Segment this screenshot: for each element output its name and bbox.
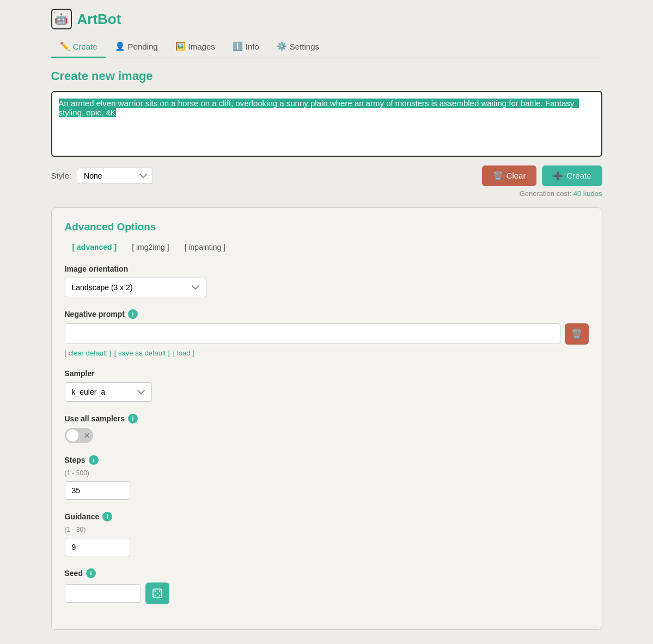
guidance-input[interactable] xyxy=(65,538,130,556)
svg-point-1 xyxy=(154,590,156,592)
app-title: ArtBot xyxy=(77,11,121,28)
negative-prompt-input[interactable] xyxy=(65,323,560,344)
advanced-title: Advanced Options xyxy=(65,221,589,233)
seed-field: Seed i xyxy=(65,568,589,604)
sampler-label: Sampler xyxy=(65,369,589,378)
seed-row xyxy=(65,582,589,604)
steps-info-icon[interactable]: i xyxy=(89,455,99,465)
delete-icon: 🗑️ xyxy=(571,329,582,339)
action-buttons: 🗑️ Clear ➕ Create xyxy=(482,165,602,186)
images-icon: 🖼️ xyxy=(175,41,186,51)
plus-icon: ➕ xyxy=(553,171,563,181)
orientation-label: Image orientation xyxy=(65,265,589,273)
nav-item-pending[interactable]: 👤 Pending xyxy=(106,36,167,58)
info-icon: ℹ️ xyxy=(233,41,243,51)
negative-prompt-row: 🗑️ xyxy=(65,323,589,345)
nav-item-settings[interactable]: ⚙️ Settings xyxy=(268,36,328,58)
app-logo: 🤖 xyxy=(51,9,72,29)
create-button[interactable]: ➕ Create xyxy=(542,165,602,186)
style-left: Style: None Fantasy Anime Photorealistic… xyxy=(51,168,154,184)
use-all-samplers-label: Use all samplers i xyxy=(65,414,589,424)
svg-point-5 xyxy=(158,594,160,596)
advanced-options-panel: Advanced Options [ advanced ] [ img2img … xyxy=(51,207,602,630)
generation-cost: Generation cost: 40 kudos xyxy=(51,189,602,198)
negative-prompt-label: Negative prompt i xyxy=(65,309,589,319)
svg-point-3 xyxy=(158,590,160,592)
style-label: Style: xyxy=(51,171,72,180)
steps-field: Steps i (1 - 500) xyxy=(65,455,589,500)
load-link[interactable]: [ load ] xyxy=(173,349,194,357)
style-select[interactable]: None Fantasy Anime Photorealistic Abstra… xyxy=(77,168,153,184)
prompt-input[interactable] xyxy=(59,99,595,148)
guidance-sublabel: (1 - 30) xyxy=(65,526,589,533)
toggle-knob xyxy=(66,430,78,441)
svg-point-2 xyxy=(156,592,158,594)
seed-info-icon[interactable]: i xyxy=(86,568,96,578)
use-all-samplers-toggle[interactable]: ✕ xyxy=(65,428,93,443)
page-title: Create new image xyxy=(51,69,602,83)
main-nav: ✏️ Create 👤 Pending 🖼️ Images ℹ️ Info ⚙️… xyxy=(51,36,602,58)
dice-icon xyxy=(152,588,163,599)
use-all-samplers-field: Use all samplers i ✕ xyxy=(65,414,589,443)
save-as-default-link[interactable]: [ save as default ] xyxy=(114,349,170,357)
trash-icon: 🗑️ xyxy=(493,171,503,181)
nav-item-images[interactable]: 🖼️ Images xyxy=(167,36,224,58)
prompt-box xyxy=(51,91,602,157)
style-row: Style: None Fantasy Anime Photorealistic… xyxy=(51,165,602,186)
advanced-tabs: [ advanced ] [ img2img ] [ inpainting ] xyxy=(65,241,589,254)
seed-input[interactable] xyxy=(65,584,141,603)
toggle-x-icon: ✕ xyxy=(84,431,90,439)
negative-prompt-field: Negative prompt i 🗑️ [ clear default ] [… xyxy=(65,309,589,357)
nav-item-info[interactable]: ℹ️ Info xyxy=(224,36,268,58)
steps-input[interactable] xyxy=(65,481,130,500)
header: 🤖 ArtBot xyxy=(51,9,602,29)
seed-label: Seed i xyxy=(65,568,589,578)
orientation-field: Image orientation Landscape (3 x 2) Port… xyxy=(65,265,589,297)
clear-default-link[interactable]: [ clear default ] xyxy=(65,349,111,357)
pending-icon: 👤 xyxy=(115,41,125,51)
negative-prompt-actions: [ clear default ] [ save as default ] [ … xyxy=(65,349,589,357)
create-icon: ✏️ xyxy=(60,41,70,51)
nav-item-create[interactable]: ✏️ Create xyxy=(51,36,106,58)
svg-point-4 xyxy=(154,594,156,596)
guidance-info-icon[interactable]: i xyxy=(102,512,112,522)
kudos-value: 40 kudos xyxy=(573,189,602,198)
negative-prompt-info-icon[interactable]: i xyxy=(128,309,138,319)
tab-advanced[interactable]: [ advanced ] xyxy=(65,241,125,254)
guidance-field: Guidance i (1 - 30) xyxy=(65,512,589,556)
clear-button[interactable]: 🗑️ Clear xyxy=(482,165,537,186)
random-seed-button[interactable] xyxy=(145,582,169,604)
tab-inpainting[interactable]: [ inpainting ] xyxy=(177,241,234,254)
guidance-label: Guidance i xyxy=(65,512,589,522)
steps-label: Steps i xyxy=(65,455,589,465)
orientation-select[interactable]: Landscape (3 x 2) Portrait (2 x 3) Squar… xyxy=(65,278,206,297)
tab-img2img[interactable]: [ img2img ] xyxy=(124,241,176,254)
sampler-field: Sampler k_euler_a k_euler k_dpm_2 k_dpm_… xyxy=(65,369,589,402)
negative-prompt-delete-button[interactable]: 🗑️ xyxy=(565,323,589,345)
steps-sublabel: (1 - 500) xyxy=(65,469,589,477)
use-all-samplers-info-icon[interactable]: i xyxy=(128,414,138,424)
settings-icon: ⚙️ xyxy=(277,41,287,51)
sampler-select[interactable]: k_euler_a k_euler k_dpm_2 k_dpm_fast ddi… xyxy=(65,382,152,402)
